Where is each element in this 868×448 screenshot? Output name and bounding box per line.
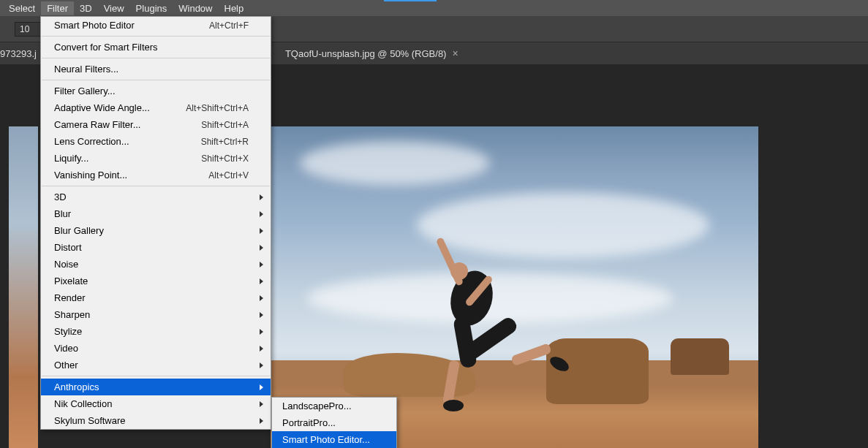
menu-item-label: 3D <box>54 191 67 202</box>
menubar-item-3d[interactable]: 3D <box>74 1 98 15</box>
toolbar-value-field[interactable] <box>15 22 44 37</box>
menu-item-liquify[interactable]: Liquify...Shift+Ctrl+X <box>41 150 271 167</box>
menu-item-stylize[interactable]: Stylize <box>41 323 271 340</box>
menu-item-camera-raw-filter[interactable]: Camera Raw Filter...Shift+Ctrl+A <box>41 116 271 133</box>
menubar-item-filter[interactable]: Filter <box>41 1 74 15</box>
filter-menu-dropdown: Smart Photo EditorAlt+Ctrl+FConvert for … <box>40 16 271 430</box>
menu-item-label: Video <box>54 343 78 354</box>
menu-separator <box>42 186 270 186</box>
menu-item-filter-gallery[interactable]: Filter Gallery... <box>41 83 271 99</box>
menu-item-label: Smart Photo Editor <box>54 20 135 31</box>
menu-item-label: Blur <box>54 208 71 219</box>
menu-item-label: Other <box>54 360 78 371</box>
menu-item-label: Sharpen <box>54 309 90 320</box>
submenu-arrow-icon <box>260 346 263 352</box>
menubar-item-view[interactable]: View <box>98 1 130 15</box>
menu-item-shortcut: Shift+Ctrl+A <box>201 120 249 130</box>
submenu-arrow-icon <box>260 362 263 368</box>
menubar-item-help[interactable]: Help <box>219 1 250 15</box>
menu-item-label: Liquify... <box>54 153 88 164</box>
submenu-arrow-icon <box>260 384 263 390</box>
menu-item-label: Camera Raw Filter... <box>54 119 140 130</box>
menu-item-label: Skylum Software <box>54 415 126 426</box>
submenu-item-smart-photo-editor[interactable]: Smart Photo Editor... <box>272 431 396 448</box>
menu-item-lens-correction[interactable]: Lens Correction...Shift+Ctrl+R <box>41 133 271 150</box>
menu-item-label: Vanishing Point... <box>54 170 127 181</box>
menu-item-label: Noise <box>54 259 78 270</box>
svg-rect-6 <box>442 360 460 405</box>
menu-item-blur-gallery[interactable]: Blur Gallery <box>41 222 271 239</box>
submenu-item-label: Smart Photo Editor... <box>282 434 370 445</box>
menu-item-anthropics[interactable]: Anthropics <box>41 379 271 395</box>
menu-item-label: Filter Gallery... <box>54 86 116 96</box>
anthropics-submenu: LandscapePro...PortraitPro...Smart Photo… <box>271 397 397 448</box>
menubar-item-select[interactable]: Select <box>3 1 41 15</box>
menubar-item-plugins[interactable]: Plugins <box>130 1 173 15</box>
menu-item-vanishing-point[interactable]: Vanishing Point...Alt+Ctrl+V <box>41 167 271 183</box>
submenu-arrow-icon <box>260 278 263 284</box>
menu-item-3d[interactable]: 3D <box>41 189 271 205</box>
menubar-item-window[interactable]: Window <box>173 1 218 15</box>
menu-item-label: Stylize <box>54 326 82 337</box>
menu-item-other[interactable]: Other <box>41 357 271 373</box>
submenu-arrow-icon <box>260 295 263 301</box>
menu-item-shortcut: Alt+Ctrl+F <box>209 20 249 31</box>
menu-item-nik-collection[interactable]: Nik Collection <box>41 395 271 412</box>
menu-item-blur[interactable]: Blur <box>41 205 271 222</box>
svg-point-8 <box>548 354 571 374</box>
menu-separator <box>42 376 270 376</box>
submenu-arrow-icon <box>260 418 263 424</box>
tab-title: 973293.j <box>0 48 37 59</box>
menu-item-shortcut: Alt+Shift+Ctrl+A <box>186 103 249 113</box>
menu-item-neural-filters[interactable]: Neural Filters... <box>41 61 271 77</box>
svg-rect-2 <box>436 237 464 286</box>
menu-separator <box>42 58 270 58</box>
submenu-arrow-icon <box>260 228 263 234</box>
tab-title: TQaofU-unsplash.jpg @ 50% (RGB/8) <box>285 48 447 59</box>
menu-separator <box>42 80 270 80</box>
document-tab-active[interactable]: TQaofU-unsplash.jpg @ 50% (RGB/8) × <box>276 43 467 64</box>
submenu-item-landscapepro[interactable]: LandscapePro... <box>272 398 396 414</box>
submenu-item-label: LandscapePro... <box>282 400 352 411</box>
submenu-arrow-icon <box>260 329 263 335</box>
menu-item-convert-for-smart-filters[interactable]: Convert for Smart Filters <box>41 39 271 56</box>
menu-item-label: Lens Correction... <box>54 136 129 147</box>
menu-item-shortcut: Alt+Ctrl+V <box>208 170 249 181</box>
canvas-left-slice <box>9 126 38 448</box>
menu-item-label: Convert for Smart Filters <box>54 42 158 53</box>
menu-item-video[interactable]: Video <box>41 340 271 357</box>
menu-item-label: Neural Filters... <box>54 64 118 75</box>
menu-item-label: Adaptive Wide Angle... <box>54 102 150 113</box>
menu-item-label: Distort <box>54 242 82 253</box>
menu-item-sharpen[interactable]: Sharpen <box>41 306 271 323</box>
mesa <box>671 338 729 375</box>
submenu-arrow-icon <box>260 194 263 200</box>
menu-item-skylum-software[interactable]: Skylum Software <box>41 412 271 429</box>
menu-item-label: Pixelate <box>54 276 88 286</box>
menu-item-label: Blur Gallery <box>54 225 104 236</box>
submenu-item-label: PortraitPro... <box>282 417 336 428</box>
cloud <box>300 141 490 185</box>
menu-separator <box>42 36 270 37</box>
svg-point-9 <box>443 400 464 411</box>
menubar: SelectFilter3DViewPluginsWindowHelp <box>0 0 868 16</box>
menu-item-label: Anthropics <box>54 381 99 392</box>
submenu-arrow-icon <box>260 312 263 318</box>
menu-item-smart-photo-editor[interactable]: Smart Photo EditorAlt+Ctrl+F <box>41 17 271 34</box>
document-tab-left[interactable]: 973293.j <box>0 44 45 64</box>
menu-item-shortcut: Shift+Ctrl+R <box>201 137 249 147</box>
menu-item-distort[interactable]: Distort <box>41 239 271 256</box>
menu-item-pixelate[interactable]: Pixelate <box>41 273 271 289</box>
submenu-arrow-icon <box>260 262 263 267</box>
menu-item-adaptive-wide-angle[interactable]: Adaptive Wide Angle...Alt+Shift+Ctrl+A <box>41 99 271 116</box>
submenu-arrow-icon <box>260 245 263 251</box>
accent-bar <box>384 0 437 1</box>
submenu-item-portraitpro[interactable]: PortraitPro... <box>272 414 396 431</box>
submenu-arrow-icon <box>260 401 263 407</box>
menu-item-noise[interactable]: Noise <box>41 256 271 273</box>
menu-item-shortcut: Shift+Ctrl+X <box>201 153 249 164</box>
menu-item-label: Nik Collection <box>54 398 112 409</box>
close-icon[interactable]: × <box>452 48 458 59</box>
menu-item-render[interactable]: Render <box>41 289 271 306</box>
jumping-person <box>402 229 578 419</box>
